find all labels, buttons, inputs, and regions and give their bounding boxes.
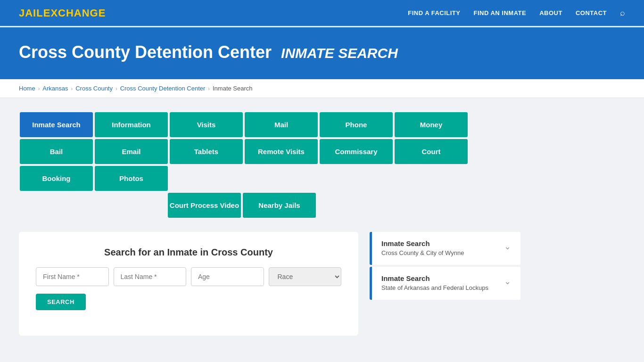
last-name-field[interactable]: [114, 267, 187, 286]
hero-title: Cross County Detention Center INMATE SEA…: [19, 42, 625, 62]
tab-tablets[interactable]: Tablets: [170, 139, 243, 164]
logo-highlight: E: [43, 7, 51, 19]
search-icon[interactable]: ⌕: [620, 8, 625, 18]
nav-find-inmate[interactable]: FIND AN INMATE: [473, 9, 526, 16]
logo[interactable]: JAILEXCHANGE: [19, 7, 106, 19]
breadcrumb-sep-4: ›: [208, 86, 210, 91]
race-select[interactable]: Race White Black Hispanic Asian Other: [269, 267, 342, 286]
sidebar-item-arkansas-federal-content: Inmate Search State of Arkansas and Fede…: [381, 274, 488, 292]
sidebar-item-arkansas-federal-title: Inmate Search: [381, 274, 488, 282]
tab-inmate-search[interactable]: Inmate Search: [20, 112, 93, 137]
sidebar-item-cross-county-content: Inmate Search Cross County & City of Wyn…: [381, 239, 464, 257]
chevron-down-icon: ⌄: [504, 241, 511, 252]
chevron-down-icon-2: ⌄: [504, 276, 511, 287]
breadcrumb-sep-1: ›: [38, 86, 40, 91]
search-form-title: Search for an Inmate in Cross County: [36, 247, 341, 258]
tab-mail[interactable]: Mail: [245, 112, 318, 137]
tab-remote-visits[interactable]: Remote Visits: [245, 139, 318, 164]
search-inputs: Race White Black Hispanic Asian Other: [36, 267, 341, 286]
main-content: Inmate Search Information Visits Mail Ph…: [0, 98, 644, 349]
tab-phone[interactable]: Phone: [320, 112, 393, 137]
breadcrumb-cross-county[interactable]: Cross County: [75, 85, 113, 92]
tab-photos[interactable]: Photos: [95, 166, 168, 191]
hero-section: Cross County Detention Center INMATE SEA…: [0, 27, 644, 79]
breadcrumb-sep-3: ›: [116, 86, 117, 91]
search-button[interactable]: SEARCH: [36, 294, 86, 310]
breadcrumb-sep-2: ›: [71, 86, 73, 91]
nav-about[interactable]: ABOUT: [539, 9, 562, 16]
tab-information[interactable]: Information: [95, 112, 168, 137]
logo-part2: XCHANGE: [50, 7, 106, 19]
breadcrumb-detention-center[interactable]: Cross County Detention Center: [120, 85, 206, 92]
breadcrumb-current: Inmate Search: [213, 85, 253, 92]
sidebar-item-arkansas-federal[interactable]: Inmate Search State of Arkansas and Fede…: [370, 267, 520, 300]
logo-part1: JAIL: [19, 7, 43, 19]
first-name-field[interactable]: [36, 267, 109, 286]
sidebar-item-cross-county-subtitle: Cross County & City of Wynne: [381, 249, 464, 257]
tab-money[interactable]: Money: [395, 112, 468, 137]
tab-court[interactable]: Court: [395, 139, 468, 164]
age-field[interactable]: [191, 267, 264, 286]
tab-nearby-jails[interactable]: Nearby Jails: [243, 193, 316, 218]
breadcrumb-arkansas[interactable]: Arkansas: [42, 85, 68, 92]
tab-commissary[interactable]: Commissary: [320, 139, 393, 164]
sidebar-item-cross-county[interactable]: Inmate Search Cross County & City of Wyn…: [370, 232, 520, 265]
navbar-links: FIND A FACILITY FIND AN INMATE ABOUT CON…: [408, 8, 625, 18]
sidebar-item-cross-county-title: Inmate Search: [381, 239, 464, 247]
sidebar: Inmate Search Cross County & City of Wyn…: [370, 232, 520, 302]
tabs-container: Inmate Search Information Visits Mail Ph…: [19, 111, 537, 219]
tab-court-process-video[interactable]: Court Process Video: [168, 193, 241, 218]
breadcrumb-home[interactable]: Home: [19, 85, 35, 92]
tab-booking[interactable]: Booking: [20, 166, 93, 191]
tab-bail[interactable]: Bail: [20, 139, 93, 164]
sidebar-item-arkansas-federal-subtitle: State of Arkansas and Federal Lockups: [381, 284, 488, 292]
tab-email[interactable]: Email: [95, 139, 168, 164]
tab-visits[interactable]: Visits: [170, 112, 243, 137]
nav-contact[interactable]: CONTACT: [576, 9, 607, 16]
breadcrumb: Home › Arkansas › Cross County › Cross C…: [0, 79, 644, 98]
nav-find-facility[interactable]: FIND A FACILITY: [408, 9, 460, 16]
navbar: JAILEXCHANGE FIND A FACILITY FIND AN INM…: [0, 0, 644, 27]
search-form-box: Search for an Inmate in Cross County Rac…: [19, 232, 358, 336]
content-row: Search for an Inmate in Cross County Rac…: [19, 232, 625, 336]
